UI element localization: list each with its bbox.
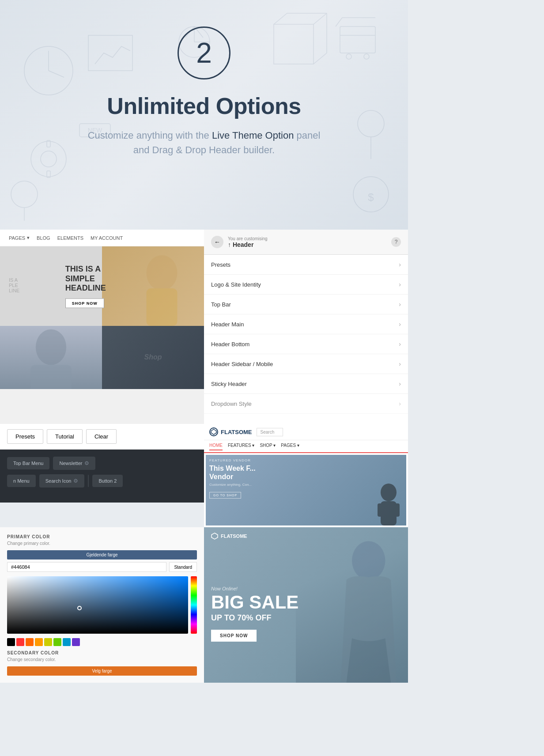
hue-strip[interactable] — [191, 576, 197, 634]
nav-menu-block[interactable]: n Menu — [7, 475, 36, 487]
tutorial-button[interactable]: Tutorial — [47, 429, 83, 444]
flatsome-search-box[interactable]: Search — [257, 428, 283, 436]
color-swatches — [7, 638, 197, 646]
search-icon-block[interactable]: Search Icon ⚙ — [39, 474, 85, 488]
header-builder-row2: n Menu Search Icon ⚙ Button 2 — [7, 474, 197, 488]
hex-input[interactable] — [7, 562, 166, 572]
separator — [88, 475, 89, 487]
flat-nav-features[interactable]: FEATURES ▾ — [228, 443, 254, 450]
hero-subtitle-part1: Customize anything with the — [88, 130, 212, 141]
gear-icon: ⚙ — [73, 478, 78, 484]
customizer-header: ← You are customising ↑ Header ? — [204, 230, 408, 255]
svg-point-5 — [41, 151, 57, 167]
back-button[interactable]: ← — [211, 236, 223, 248]
svg-line-14 — [274, 13, 287, 24]
hero-photo — [102, 246, 204, 326]
svg-point-29 — [36, 329, 66, 365]
hero-title: Unlimited Options — [9, 93, 399, 119]
chevron-icon: › — [399, 380, 401, 387]
menu-item-presets[interactable]: Presets › — [204, 255, 408, 275]
ninja-figure — [371, 481, 406, 525]
menu-item-header-sidebar[interactable]: Header Sidebar / Mobile › — [204, 354, 408, 374]
presets-button[interactable]: Presets — [7, 429, 43, 444]
primary-color-label: PRIMARY COLOR — [7, 534, 197, 539]
secondary-color-label: SECONDARY COLOR — [7, 650, 197, 655]
svg-rect-6 — [47, 140, 50, 147]
chevron-icon: › — [399, 261, 401, 268]
color-picker-gradient-area[interactable] — [7, 576, 197, 634]
flatsome-logo-white: FLATSOME — [211, 533, 247, 540]
secondary-color-section: SECONDARY COLOR Change secondary color. … — [7, 650, 197, 676]
secondary-color-bar[interactable]: Velg farge — [7, 666, 197, 676]
color-cursor — [77, 606, 82, 610]
header-builder: Top Bar Menu Newsletter ⚙ n Menu Search … — [0, 450, 204, 503]
secondary-color-desc: Change secondary color. — [7, 657, 197, 662]
swatch-black[interactable] — [7, 638, 15, 646]
color-gradient[interactable] — [7, 576, 188, 634]
hero-subtitle: Customize anything with the Live Theme O… — [72, 128, 336, 157]
help-button[interactable]: ? — [391, 237, 401, 247]
menu-item-top-bar[interactable]: Top Bar › — [204, 295, 408, 314]
flat-nav-shop[interactable]: SHOP ▾ — [260, 443, 276, 450]
menu-item-logo-identity[interactable]: Logo & Site Identity › — [204, 275, 408, 295]
button2-block[interactable]: Button 2 — [92, 475, 123, 487]
flat-nav-pages[interactable]: PAGES ▾ — [281, 443, 299, 450]
flatsome-navbar: FLATSOME Search — [204, 424, 408, 440]
menu-item-dropdown-style[interactable]: Dropdown Style › — [204, 394, 408, 414]
flat-nav-home[interactable]: HOME — [209, 443, 223, 450]
color-type-button[interactable]: Standard — [169, 562, 197, 572]
go-to-shop-button[interactable]: GO TO SHOP — [209, 492, 241, 499]
woman-silhouette — [296, 527, 408, 683]
svg-line-2 — [49, 71, 64, 77]
hero-subtitle-highlight: Live Theme Option — [212, 130, 294, 141]
header-builder-row1: Top Bar Menu Newsletter ⚙ — [7, 457, 197, 470]
chevron-icon: › — [399, 400, 401, 407]
shop-now-button[interactable]: SHOP NOW — [65, 298, 104, 308]
top-bar-menu-block[interactable]: Top Bar Menu — [7, 457, 49, 469]
swatch-red[interactable] — [16, 638, 24, 646]
menu-item-sticky-header[interactable]: Sticky Header › — [204, 374, 408, 394]
color-input-row: Standard — [7, 562, 197, 572]
customizer-header-text: You are customising ↑ Header — [228, 236, 387, 248]
shop-now-white-button[interactable]: SHOP NOW — [211, 630, 257, 642]
svg-rect-19 — [340, 26, 375, 53]
svg-rect-7 — [47, 171, 50, 178]
nav-elements[interactable]: ELEMENTS — [57, 235, 83, 241]
mockup-navbar: PAGES ▾ BLOG ELEMENTS MY ACCOUNT — [0, 230, 204, 246]
hero-subtitle-line2: and Drag & Drop Header builder. — [133, 144, 275, 155]
chevron-icon: › — [399, 340, 401, 348]
third-row: PRIMARY COLOR Change primary color. Gjel… — [0, 527, 408, 683]
menu-item-header-bottom[interactable]: Header Bottom › — [204, 334, 408, 354]
customizing-label: You are customising — [228, 236, 387, 241]
svg-point-26 — [11, 181, 38, 208]
nav-pages[interactable]: PAGES ▾ — [9, 235, 30, 241]
mockup-hero-image: IS APLELINE THIS IS ASIMPLEHEADLINE SHOP… — [0, 246, 204, 326]
swatch-amber[interactable] — [35, 638, 43, 646]
svg-line-18 — [314, 53, 327, 64]
swatch-green[interactable] — [53, 638, 61, 646]
swatch-yellow[interactable] — [44, 638, 52, 646]
swatch-blue[interactable] — [63, 638, 71, 646]
clear-button[interactable]: Clear — [86, 429, 117, 444]
primary-color-desc: Change primary color. — [7, 541, 197, 546]
color-preview-bar: Gjeldende farge — [7, 550, 197, 559]
flatsome-preview: FLATSOME Search HOME FEATURES ▾ SHOP ▾ P… — [204, 424, 408, 527]
person-panel — [0, 326, 102, 389]
svg-point-24 — [353, 177, 389, 212]
svg-rect-28 — [147, 288, 178, 326]
newsletter-block[interactable]: Newsletter ⚙ — [53, 457, 95, 470]
step-number: 2 — [196, 39, 212, 67]
flat-nav-links: HOME FEATURES ▾ SHOP ▾ PAGES ▾ — [204, 440, 408, 453]
second-row: Presets Tutorial Clear Top Bar Menu News… — [0, 424, 408, 527]
nav-myaccount[interactable]: MY ACCOUNT — [91, 235, 123, 241]
website-mockup: PAGES ▾ BLOG ELEMENTS MY ACCOUNT IS APLE… — [0, 230, 204, 424]
wp-customizer: ← You are customising ↑ Header ? Presets… — [204, 230, 408, 424]
swatch-purple[interactable] — [72, 638, 80, 646]
color-picker-panel: PRIMARY COLOR Change primary color. Gjel… — [0, 527, 204, 683]
mockup-headline-area: THIS IS ASIMPLEHEADLINE SHOP NOW — [65, 265, 106, 308]
nav-blog[interactable]: BLOG — [37, 235, 50, 241]
swatch-orange[interactable] — [26, 638, 34, 646]
flatsome-logo: FLATSOME — [209, 427, 252, 436]
menu-item-header-main[interactable]: Header Main › — [204, 314, 408, 334]
big-sale-panel: FLATSOME Now Online! BIG SALE UP TO 70% … — [204, 527, 408, 683]
